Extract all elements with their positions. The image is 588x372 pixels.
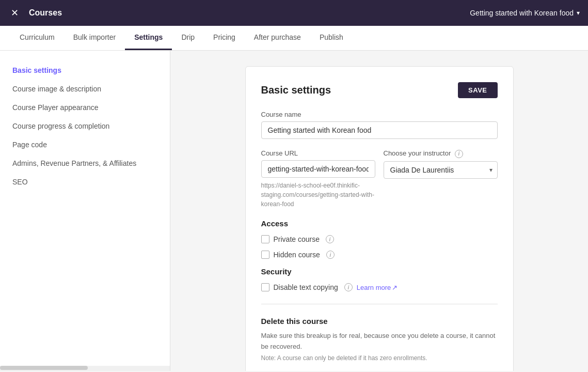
course-name-input[interactable] <box>261 121 498 139</box>
sidebar: Basic settings Course image & descriptio… <box>0 51 170 371</box>
app-title: Courses <box>29 8 62 18</box>
disable-text-copying-text: Disable text copying <box>274 283 338 291</box>
instructor-info-icon[interactable]: i <box>455 150 463 158</box>
course-name-group: Course name <box>261 111 498 139</box>
course-url-label: Course URL <box>261 149 375 157</box>
course-name-label: Course name <box>261 111 498 118</box>
delete-button-label: DELETE THIS COURSE <box>272 370 351 371</box>
section-divider <box>261 304 498 304</box>
save-button[interactable]: SAVE <box>458 82 497 98</box>
hidden-course-text: Hidden course <box>274 251 320 259</box>
chevron-down-icon: ▾ <box>577 9 580 17</box>
security-section: Security Disable text copying i Learn mo… <box>261 267 498 291</box>
url-instructor-row: Course URL https://daniel-s-school-ee0f.… <box>261 149 498 219</box>
delete-section: Delete this course Make sure this breaku… <box>261 317 498 371</box>
delete-course-button[interactable]: 🗑 DELETE THIS COURSE <box>261 370 351 371</box>
tab-after-purchase[interactable]: After purchase <box>245 26 310 50</box>
basic-settings-card: Basic settings SAVE Course name Course U… <box>245 66 514 371</box>
hidden-course-label[interactable]: Hidden course i <box>261 251 498 259</box>
disable-text-copying-checkbox[interactable] <box>261 283 269 291</box>
learn-more-link[interactable]: Learn more ↗ <box>357 284 398 291</box>
trash-icon: 🗑 <box>261 370 269 371</box>
instructor-select[interactable]: Giada De Laurentiis <box>384 161 498 179</box>
tab-navigation: Curriculum Bulk importer Settings Drip P… <box>0 26 588 51</box>
topbar: ✕ Courses Getting started with Korean fo… <box>0 0 588 26</box>
hidden-course-checkbox[interactable] <box>261 251 269 259</box>
main-content: Basic settings SAVE Course name Course U… <box>170 51 588 371</box>
tab-pricing[interactable]: Pricing <box>204 26 245 50</box>
instructor-label: Choose your instructor i <box>384 149 498 158</box>
course-url-hint: https://daniel-s-school-ee0f.thinkific-s… <box>261 181 375 209</box>
sidebar-item-page-code[interactable]: Page code <box>0 135 170 154</box>
tab-drip[interactable]: Drip <box>172 26 204 50</box>
disable-text-copying-info-icon[interactable]: i <box>344 283 353 291</box>
course-selector[interactable]: Getting started with Korean food ▾ <box>470 9 580 17</box>
private-course-info-icon[interactable]: i <box>326 235 334 243</box>
course-url-input[interactable] <box>261 160 375 178</box>
private-course-group: Private course i <box>261 235 498 243</box>
sidebar-item-course-progress[interactable]: Course progress & completion <box>0 117 170 135</box>
sidebar-scrollbar-thumb[interactable] <box>0 366 88 370</box>
tab-bulk-importer[interactable]: Bulk importer <box>64 26 125 50</box>
close-button[interactable]: ✕ <box>8 7 21 19</box>
private-course-label[interactable]: Private course i <box>261 235 498 243</box>
delete-note: Note: A course can only be deleted if it… <box>261 354 498 362</box>
page-layout: Basic settings Course image & descriptio… <box>0 51 588 371</box>
sidebar-item-admins[interactable]: Admins, Revenue Partners, & Affiliates <box>0 154 170 173</box>
delete-title: Delete this course <box>261 317 498 326</box>
access-section: Access Private course i Hidden course i <box>261 219 498 259</box>
tab-publish[interactable]: Publish <box>310 26 353 50</box>
hidden-course-group: Hidden course i <box>261 251 498 259</box>
disable-text-copying-group: Disable text copying i Learn more ↗ <box>261 283 498 291</box>
card-header: Basic settings SAVE <box>261 82 498 98</box>
delete-description: Make sure this breakup is for real, beca… <box>261 331 498 352</box>
sidebar-item-course-player[interactable]: Course Player appearance <box>0 98 170 117</box>
tab-curriculum[interactable]: Curriculum <box>10 26 64 50</box>
instructor-select-wrapper: Giada De Laurentiis ▾ <box>384 161 498 179</box>
instructor-group: Choose your instructor i Giada De Lauren… <box>384 149 498 179</box>
private-course-checkbox[interactable] <box>261 235 269 243</box>
disable-text-copying-label[interactable]: Disable text copying i Learn more ↗ <box>261 283 498 291</box>
sidebar-item-basic-settings[interactable]: Basic settings <box>0 61 170 80</box>
sidebar-item-course-image[interactable]: Course image & description <box>0 80 170 98</box>
access-title: Access <box>261 219 498 228</box>
tab-settings[interactable]: Settings <box>125 26 172 50</box>
card-title: Basic settings <box>261 84 331 96</box>
course-url-group: Course URL https://daniel-s-school-ee0f.… <box>261 149 375 209</box>
security-title: Security <box>261 267 498 276</box>
selected-course-name: Getting started with Korean food <box>470 9 574 17</box>
sidebar-item-seo[interactable]: SEO <box>0 173 170 191</box>
hidden-course-info-icon[interactable]: i <box>326 251 335 259</box>
external-link-icon: ↗ <box>392 284 398 291</box>
private-course-text: Private course <box>274 235 320 243</box>
